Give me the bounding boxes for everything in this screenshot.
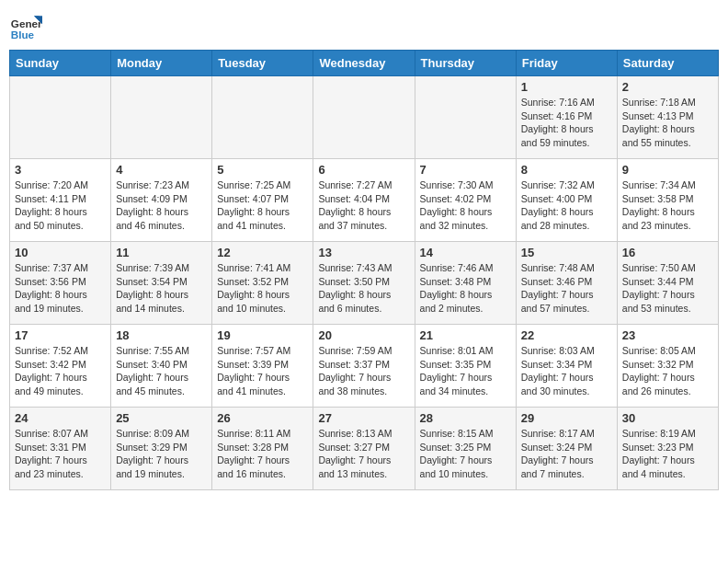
day-number: 17: [15, 328, 106, 342]
day-cell: 11Sunrise: 7:39 AM Sunset: 3:54 PM Dayli…: [111, 242, 212, 325]
day-info: Sunrise: 7:59 AM Sunset: 3:37 PM Dayligh…: [318, 344, 409, 398]
day-cell: [212, 76, 313, 159]
weekday-header-sunday: Sunday: [10, 51, 111, 76]
day-info: Sunrise: 7:41 AM Sunset: 3:52 PM Dayligh…: [217, 261, 308, 316]
day-info: Sunrise: 7:55 AM Sunset: 3:40 PM Dayligh…: [116, 344, 207, 398]
day-info: Sunrise: 7:48 AM Sunset: 3:46 PM Dayligh…: [521, 261, 612, 316]
header: General Blue: [9, 9, 719, 42]
day-cell: 1Sunrise: 7:16 AM Sunset: 4:16 PM Daylig…: [516, 76, 617, 159]
weekday-header-saturday: Saturday: [617, 51, 718, 76]
day-cell: [111, 76, 212, 159]
day-cell: 15Sunrise: 7:48 AM Sunset: 3:46 PM Dayli…: [516, 242, 617, 325]
day-number: 19: [217, 328, 308, 342]
day-cell: 20Sunrise: 7:59 AM Sunset: 3:37 PM Dayli…: [313, 325, 415, 408]
day-info: Sunrise: 8:01 AM Sunset: 3:35 PM Dayligh…: [420, 344, 511, 398]
day-cell: 6Sunrise: 7:27 AM Sunset: 4:04 PM Daylig…: [313, 159, 415, 242]
day-cell: 4Sunrise: 7:23 AM Sunset: 4:09 PM Daylig…: [111, 159, 212, 242]
week-row-4: 24Sunrise: 8:07 AM Sunset: 3:31 PM Dayli…: [10, 408, 719, 490]
day-cell: 14Sunrise: 7:46 AM Sunset: 3:48 PM Dayli…: [415, 242, 516, 325]
day-number: 29: [521, 411, 612, 425]
day-info: Sunrise: 8:17 AM Sunset: 3:24 PM Dayligh…: [521, 427, 612, 481]
calendar-body: 1Sunrise: 7:16 AM Sunset: 4:16 PM Daylig…: [10, 76, 719, 490]
day-number: 1: [521, 80, 612, 94]
weekday-header-thursday: Thursday: [415, 51, 516, 76]
day-info: Sunrise: 8:05 AM Sunset: 3:32 PM Dayligh…: [622, 344, 713, 398]
day-number: 18: [116, 328, 207, 342]
day-cell: 3Sunrise: 7:20 AM Sunset: 4:11 PM Daylig…: [10, 159, 111, 242]
day-info: Sunrise: 7:23 AM Sunset: 4:09 PM Dayligh…: [116, 178, 207, 233]
day-number: 22: [521, 328, 612, 342]
day-info: Sunrise: 8:03 AM Sunset: 3:34 PM Dayligh…: [521, 344, 612, 398]
day-cell: 26Sunrise: 8:11 AM Sunset: 3:28 PM Dayli…: [212, 408, 313, 490]
logo: General Blue: [9, 9, 42, 42]
day-number: 7: [420, 163, 511, 177]
day-cell: 29Sunrise: 8:17 AM Sunset: 3:24 PM Dayli…: [516, 408, 617, 490]
day-info: Sunrise: 7:34 AM Sunset: 3:58 PM Dayligh…: [622, 178, 713, 233]
day-cell: 12Sunrise: 7:41 AM Sunset: 3:52 PM Dayli…: [212, 242, 313, 325]
day-number: 5: [217, 163, 308, 177]
day-cell: 24Sunrise: 8:07 AM Sunset: 3:31 PM Dayli…: [10, 408, 111, 490]
day-cell: 25Sunrise: 8:09 AM Sunset: 3:29 PM Dayli…: [111, 408, 212, 490]
week-row-2: 10Sunrise: 7:37 AM Sunset: 3:56 PM Dayli…: [10, 242, 719, 325]
weekday-header-wednesday: Wednesday: [313, 51, 415, 76]
day-cell: [313, 76, 415, 159]
day-number: 6: [318, 163, 409, 177]
day-cell: 5Sunrise: 7:25 AM Sunset: 4:07 PM Daylig…: [212, 159, 313, 242]
day-cell: 27Sunrise: 8:13 AM Sunset: 3:27 PM Dayli…: [313, 408, 415, 490]
calendar-header: SundayMondayTuesdayWednesdayThursdayFrid…: [10, 51, 719, 76]
day-cell: 8Sunrise: 7:32 AM Sunset: 4:00 PM Daylig…: [516, 159, 617, 242]
logo-icon: General Blue: [9, 9, 42, 42]
day-number: 23: [622, 328, 713, 342]
day-cell: 19Sunrise: 7:57 AM Sunset: 3:39 PM Dayli…: [212, 325, 313, 408]
day-cell: [10, 76, 111, 159]
svg-text:Blue: Blue: [11, 29, 35, 40]
day-info: Sunrise: 7:27 AM Sunset: 4:04 PM Dayligh…: [318, 178, 409, 233]
day-number: 20: [318, 328, 409, 342]
day-info: Sunrise: 7:25 AM Sunset: 4:07 PM Dayligh…: [217, 178, 308, 233]
day-info: Sunrise: 7:52 AM Sunset: 3:42 PM Dayligh…: [15, 344, 106, 398]
day-number: 12: [217, 246, 308, 259]
day-info: Sunrise: 7:50 AM Sunset: 3:44 PM Dayligh…: [622, 261, 713, 316]
day-info: Sunrise: 7:16 AM Sunset: 4:16 PM Dayligh…: [521, 96, 612, 150]
day-number: 26: [217, 411, 308, 425]
day-info: Sunrise: 7:43 AM Sunset: 3:50 PM Dayligh…: [318, 261, 409, 316]
day-cell: 7Sunrise: 7:30 AM Sunset: 4:02 PM Daylig…: [415, 159, 516, 242]
day-number: 16: [622, 246, 713, 259]
day-cell: 16Sunrise: 7:50 AM Sunset: 3:44 PM Dayli…: [617, 242, 718, 325]
day-cell: 17Sunrise: 7:52 AM Sunset: 3:42 PM Dayli…: [10, 325, 111, 408]
day-cell: 9Sunrise: 7:34 AM Sunset: 3:58 PM Daylig…: [617, 159, 718, 242]
day-info: Sunrise: 8:09 AM Sunset: 3:29 PM Dayligh…: [116, 427, 207, 481]
day-number: 13: [318, 246, 409, 259]
day-number: 10: [15, 246, 106, 259]
day-info: Sunrise: 7:57 AM Sunset: 3:39 PM Dayligh…: [217, 344, 308, 398]
day-number: 24: [15, 411, 106, 425]
day-number: 4: [116, 163, 207, 177]
day-cell: 2Sunrise: 7:18 AM Sunset: 4:13 PM Daylig…: [617, 76, 718, 159]
day-cell: 23Sunrise: 8:05 AM Sunset: 3:32 PM Dayli…: [617, 325, 718, 408]
day-cell: 21Sunrise: 8:01 AM Sunset: 3:35 PM Dayli…: [415, 325, 516, 408]
day-info: Sunrise: 8:11 AM Sunset: 3:28 PM Dayligh…: [217, 427, 308, 481]
day-info: Sunrise: 7:18 AM Sunset: 4:13 PM Dayligh…: [622, 96, 713, 150]
day-info: Sunrise: 8:07 AM Sunset: 3:31 PM Dayligh…: [15, 427, 106, 481]
day-number: 30: [622, 411, 713, 425]
day-number: 28: [420, 411, 511, 425]
day-number: 25: [116, 411, 207, 425]
day-number: 14: [420, 246, 511, 259]
day-number: 11: [116, 246, 207, 259]
day-cell: 22Sunrise: 8:03 AM Sunset: 3:34 PM Dayli…: [516, 325, 617, 408]
day-info: Sunrise: 8:19 AM Sunset: 3:23 PM Dayligh…: [622, 427, 713, 481]
day-cell: 28Sunrise: 8:15 AM Sunset: 3:25 PM Dayli…: [415, 408, 516, 490]
weekday-header-tuesday: Tuesday: [212, 51, 313, 76]
day-number: 15: [521, 246, 612, 259]
day-cell: 10Sunrise: 7:37 AM Sunset: 3:56 PM Dayli…: [10, 242, 111, 325]
calendar-table: SundayMondayTuesdayWednesdayThursdayFrid…: [9, 50, 719, 490]
day-info: Sunrise: 7:39 AM Sunset: 3:54 PM Dayligh…: [116, 261, 207, 316]
day-info: Sunrise: 7:46 AM Sunset: 3:48 PM Dayligh…: [420, 261, 511, 316]
day-info: Sunrise: 8:15 AM Sunset: 3:25 PM Dayligh…: [420, 427, 511, 481]
day-number: 21: [420, 328, 511, 342]
day-number: 3: [15, 163, 106, 177]
day-number: 8: [521, 163, 612, 177]
day-info: Sunrise: 7:20 AM Sunset: 4:11 PM Dayligh…: [15, 178, 106, 233]
weekday-header-friday: Friday: [516, 51, 617, 76]
week-row-3: 17Sunrise: 7:52 AM Sunset: 3:42 PM Dayli…: [10, 325, 719, 408]
